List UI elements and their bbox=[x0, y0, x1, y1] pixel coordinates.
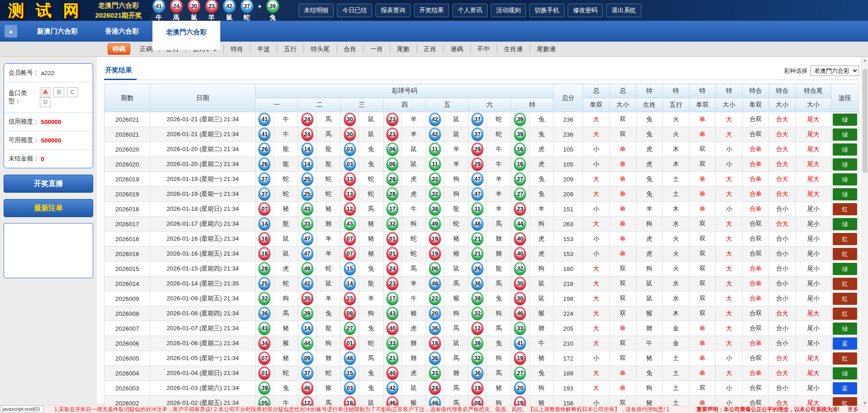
nav-item-报表查询[interactable]: 报表查询 bbox=[375, 4, 411, 17]
filter-五行[interactable]: 五行 bbox=[277, 45, 304, 53]
lottery-ball: 23 bbox=[386, 128, 398, 141]
handicap-type-D[interactable]: D bbox=[40, 97, 51, 107]
filter-特肖[interactable]: 特肖 bbox=[223, 45, 250, 53]
latest-bets-button[interactable]: 最新注单 bbox=[4, 199, 93, 217]
type-label: 盘口类型： bbox=[9, 89, 37, 105]
cell-attr: 尾小 bbox=[796, 336, 831, 351]
cell-ball: 36 bbox=[256, 306, 274, 321]
filter-尾數[interactable]: 尾數 bbox=[390, 45, 417, 53]
cell-attr: 双 bbox=[609, 112, 636, 127]
tab-老澳門六合彩[interactable]: 老澳門六合彩 bbox=[152, 21, 220, 50]
filter-半波[interactable]: 半波 bbox=[250, 45, 277, 53]
cell-ball: 19 bbox=[511, 351, 530, 366]
cell-attr: 合小 bbox=[769, 336, 796, 351]
cell-attr: 木 bbox=[663, 142, 689, 157]
col-pair-top-1: 总 bbox=[609, 84, 636, 98]
lottery-ball: 17 bbox=[386, 202, 398, 216]
notice-marquee: 1.采取在开奖前一律无条件取消疑似的对冲注单，客户不得有异议! 2.本公司不分时… bbox=[0, 406, 868, 413]
cell-ball: 28 bbox=[256, 261, 274, 276]
cell-attr: 大 bbox=[583, 172, 610, 187]
lottery-ball: 36 bbox=[471, 366, 484, 380]
scrollbar-thumb[interactable] bbox=[863, 69, 868, 173]
cell-attr: 尾小 bbox=[796, 232, 831, 247]
cell-zodiac: 雞 bbox=[402, 351, 426, 366]
cell-ball: 15 bbox=[341, 366, 359, 381]
cell-zodiac: 兔 bbox=[359, 142, 383, 157]
col-pair-top-6: 特合 bbox=[742, 84, 769, 98]
scroll-up-icon[interactable]: ▲ bbox=[862, 57, 868, 63]
table-row: 20260212026-01-21 (星期三) 21:3441牛24馬30鼠23… bbox=[104, 127, 859, 142]
live-draw-button[interactable]: 开奖直播 bbox=[4, 175, 93, 193]
cell-ball: 39 bbox=[511, 112, 530, 127]
filter-特碼[interactable]: 特碼 bbox=[108, 43, 130, 55]
cell-date: 2026-01-09 (星期五) 21:34 bbox=[150, 291, 256, 306]
cell-attr: 合单 bbox=[742, 202, 769, 217]
lottery-ball: 37 bbox=[241, 0, 253, 13]
lottery-ball: 47 bbox=[301, 247, 313, 261]
cell-ball: 37 bbox=[256, 172, 274, 187]
nav-item-切换手机[interactable]: 切换手机 bbox=[529, 4, 564, 17]
cell-attr: 合小 bbox=[769, 232, 796, 247]
lottery-ball: 09 bbox=[301, 351, 313, 365]
table-row: 20260142026-01-14 (星期三) 21:3525蛇42鼠14龍23… bbox=[104, 276, 859, 291]
cell-zodiac: 鼠 bbox=[444, 112, 469, 127]
nav-item-今日已结[interactable]: 今日已结 bbox=[337, 4, 372, 17]
cell-ball: 41 bbox=[511, 336, 530, 351]
lottery-ball: 03 bbox=[344, 157, 356, 171]
tab-香港六合彩[interactable]: 香港六合彩 bbox=[91, 21, 152, 42]
lottery-ball: 15 bbox=[344, 262, 356, 275]
lottery-ball: 23 bbox=[514, 202, 526, 216]
cell-date: 2026-01-20 (星期二) 21:34 bbox=[150, 142, 256, 157]
filter-生肖連[interactable]: 生肖連 bbox=[497, 45, 530, 53]
lottery-ball: 37 bbox=[258, 187, 270, 201]
nav-item-开奖结果[interactable]: 开奖结果 bbox=[414, 4, 449, 17]
cell-attr: 小 bbox=[716, 202, 742, 217]
nav-item-退出系统[interactable]: 退出系统 bbox=[606, 4, 641, 17]
wave-badge: 绿 bbox=[833, 263, 857, 275]
lottery-select[interactable]: 老澳門六合彩 bbox=[810, 66, 859, 76]
cell-ball: 43 bbox=[383, 306, 402, 321]
handicap-type-B[interactable]: B bbox=[53, 87, 64, 97]
handicap-type-A[interactable]: A bbox=[40, 87, 51, 97]
cell-zodiac: 蛇 bbox=[487, 127, 511, 142]
top-nav: 未结明细今日已结报表查询开奖结果个人资讯活动规则切换手机修改密码退出系统 bbox=[299, 0, 641, 21]
filter-連碼[interactable]: 連碼 bbox=[443, 45, 470, 53]
cell-zodiac: 馬 bbox=[487, 217, 511, 232]
lottery-ball: 24 bbox=[301, 128, 313, 141]
vertical-scrollbar[interactable]: ▲ ▼ bbox=[861, 57, 868, 406]
col-pair-bottom-3: 五行 bbox=[663, 98, 689, 112]
more-link[interactable]: 更多 bbox=[848, 406, 859, 413]
cell-zodiac: 羊 bbox=[487, 172, 511, 187]
col-ball-6: 特 bbox=[511, 98, 554, 112]
lottery-ball: 30 bbox=[344, 113, 356, 126]
cell-period: 2026016 bbox=[104, 247, 150, 261]
scroll-down-icon[interactable]: ▼ bbox=[862, 400, 868, 406]
filter-尾數連[interactable]: 尾數連 bbox=[530, 45, 563, 53]
site-logo: 测 试 网 bbox=[8, 0, 82, 21]
cell-attr: 双 bbox=[689, 217, 716, 232]
nav-item-个人资讯[interactable]: 个人资讯 bbox=[452, 4, 488, 17]
cell-ball: 47 bbox=[298, 232, 317, 247]
tab-新澳门六合彩[interactable]: 新澳门六合彩 bbox=[24, 21, 91, 42]
filter-一肖[interactable]: 一肖 bbox=[363, 45, 390, 53]
nav-item-活动规则[interactable]: 活动规则 bbox=[491, 4, 526, 17]
filter-特头尾[interactable]: 特头尾 bbox=[304, 45, 337, 53]
filter-合肖[interactable]: 合肖 bbox=[337, 45, 363, 53]
lottery-ball: 19 bbox=[429, 232, 441, 246]
cell-zodiac: 狗 bbox=[444, 172, 469, 187]
lottery-ball: 42 bbox=[223, 0, 236, 13]
wave-badge: 蓝 bbox=[833, 382, 857, 394]
collapse-sidebar-icon[interactable]: ▲ bbox=[5, 25, 17, 38]
cell-ball: 14 bbox=[298, 321, 317, 336]
filter-不中[interactable]: 不中 bbox=[470, 45, 497, 53]
cell-zodiac: 兔 bbox=[487, 336, 511, 351]
lottery-ball: 47 bbox=[471, 172, 484, 186]
cell-zodiac: 龍 bbox=[316, 142, 341, 157]
nav-item-未结明细[interactable]: 未结明细 bbox=[299, 4, 334, 17]
nav-item-修改密码[interactable]: 修改密码 bbox=[568, 4, 603, 17]
lottery-ball: 25 bbox=[301, 172, 313, 186]
filter-正肖[interactable]: 正肖 bbox=[417, 45, 443, 53]
wave-badge: 绿 bbox=[833, 188, 857, 200]
handicap-type-C[interactable]: C bbox=[67, 87, 78, 97]
lottery-ball: 07 bbox=[258, 202, 270, 216]
